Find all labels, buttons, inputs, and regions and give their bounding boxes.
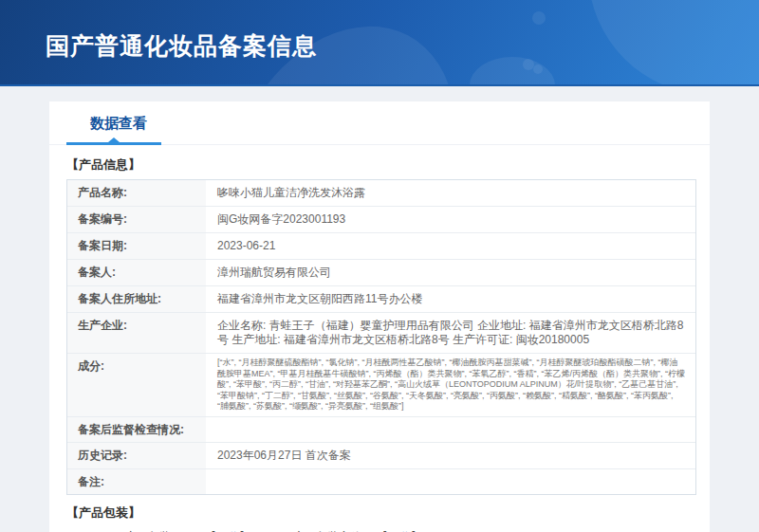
page-title: 国产普通化妆品备案信息 (46, 30, 317, 62)
row-value (206, 469, 695, 494)
banner-decor-circle (588, 0, 759, 86)
row-value: 2023年06月27日 首次备案 (206, 443, 695, 468)
row-value: 企业名称: 青蛙王子（福建）婴童护理用品有限公司 企业地址: 福建省漳州市龙文区… (206, 313, 695, 353)
content-card: 数据查看 【产品信息】 产品名称: 哆唻小猫儿童洁净洗发沐浴露 备案编号: 闽G… (49, 101, 710, 532)
row-label: 备案后监督检查情况: (67, 417, 206, 442)
row-label: 备案人住所地址: (67, 286, 206, 312)
banner-decor-bubble (470, 57, 555, 86)
row-label: 备案编号: (67, 207, 206, 232)
row-supervision: 备案后监督检查情况: (67, 416, 695, 442)
row-remarks: 备注: (67, 468, 695, 494)
row-label: 备注: (67, 469, 206, 494)
row-ingredients: 成分: [“水”, “月桂醇聚醚硫酸酯钠”, “氯化钠”, “月桂酰两性基乙酸钠… (67, 353, 695, 416)
tab-strip: 数据查看 (49, 101, 710, 145)
row-manufacturer: 生产企业: 企业名称: 青蛙王子（福建）婴童护理用品有限公司 企业地址: 福建省… (67, 312, 695, 353)
row-label: 备案日期: (67, 233, 206, 259)
packaging-section: 【产品包装】 产品包装平面图【预览】 产品包装立体图 【预览】 【执行标准】点击… (66, 504, 693, 532)
row-value (206, 417, 695, 442)
row-history: 历史记录: 2023年06月27日 首次备案 (67, 442, 695, 468)
packaging-previews: 产品包装平面图【预览】 产品包装立体图 【预览】 (125, 529, 693, 532)
tab-active-indicator (66, 142, 161, 145)
product-info-table: 产品名称: 哆唻小猫儿童洁净洗发沐浴露 备案编号: 闽G妆网备字20230011… (66, 179, 696, 495)
row-value: 哆唻小猫儿童洁净洗发沐浴露 (206, 180, 695, 206)
tab-data-view[interactable]: 数据查看 (90, 115, 147, 133)
row-filing-date: 备案日期: 2023-06-21 (67, 232, 695, 259)
row-value: [“水”, “月桂醇聚醚硫酸酯钠”, “氯化钠”, “月桂酰两性基乙酸钠”, “… (206, 354, 695, 416)
row-value: 漳州瑞航贸易有限公司 (206, 260, 695, 285)
row-filing-number: 备案编号: 闽G妆网备字2023001193 (67, 206, 695, 232)
row-filer: 备案人: 漳州瑞航贸易有限公司 (67, 259, 695, 285)
banner-decor-bubble (532, 11, 546, 25)
product-info-section-title: 【产品信息】 (66, 156, 693, 174)
row-filer-address: 备案人住所地址: 福建省漳州市龙文区朝阳西路11号办公楼 (67, 285, 695, 312)
row-label: 成分: (67, 354, 206, 416)
row-label: 历史记录: (67, 443, 206, 468)
row-value: 福建省漳州市龙文区朝阳西路11号办公楼 (206, 286, 695, 312)
row-label: 产品名称: (67, 180, 206, 206)
packaging-section-title: 【产品包装】 (66, 504, 693, 522)
row-value: 闽G妆网备字2023001193 (206, 207, 695, 232)
row-label: 备案人: (67, 260, 206, 285)
row-label: 生产企业: (67, 313, 206, 353)
page-banner: 国产普通化妆品备案信息 (0, 0, 759, 86)
row-value: 2023-06-21 (206, 233, 695, 259)
row-product-name: 产品名称: 哆唻小猫儿童洁净洗发沐浴露 (67, 180, 695, 206)
